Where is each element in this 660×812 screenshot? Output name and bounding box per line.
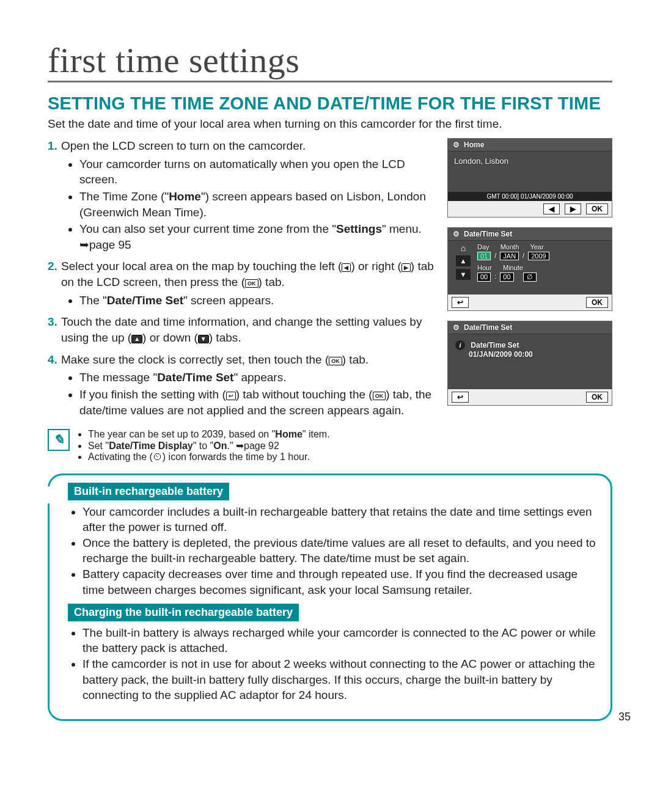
box2-list: The built-in battery is always recharged… <box>68 625 598 703</box>
step-item: 4.Make sure the clock is correctly set, … <box>48 352 434 419</box>
step-text: Touch the date and time information, and… <box>61 315 422 344</box>
label-year: Year <box>530 243 543 251</box>
box2-title: Charging the built-in rechargeable batte… <box>68 604 299 621</box>
page-title: first time settings <box>48 43 612 82</box>
step-text: Open the LCD screen to turn on the camco… <box>61 139 306 152</box>
lcd-right-button[interactable]: ▶ <box>565 203 581 214</box>
step-sub-item: You can also set your current time zone … <box>79 221 434 252</box>
lcd-confirm-title: Date/Time Set <box>464 323 512 332</box>
step-item: 1.Open the LCD screen to turn on the cam… <box>48 138 434 252</box>
step-item: 3.Touch the date and time information, a… <box>48 314 434 345</box>
note-icon: ✎ <box>48 429 70 451</box>
lcd-down-button[interactable]: ▼ <box>456 269 471 280</box>
notes-block: ✎ The year can be set up to 2039, based … <box>48 429 612 463</box>
lcd-back-button[interactable]: ↩ <box>452 297 469 308</box>
step-sub-item: If you finish the setting with (↩) tab w… <box>79 387 434 418</box>
lcd-city-label: London, Lisbon <box>454 156 606 166</box>
lcd-previews: ⚙ Home London, Lisbon GMT 00:00] 01/JAN/… <box>447 138 612 406</box>
step-number: 4. <box>48 352 57 368</box>
confirm-msg1: Date/Time Set <box>471 341 519 349</box>
label-day: Day <box>477 243 490 251</box>
list-item: If the camcorder is not in use for about… <box>82 656 598 703</box>
value-month[interactable]: JAN <box>500 252 519 260</box>
lcd-confirm-screen: ⚙ Date/Time Set i Date/Time Set 01/JAN/2… <box>447 321 612 406</box>
value-minute[interactable]: 00 <box>500 272 513 282</box>
label-hour: Hour <box>477 264 492 271</box>
info-icon: i <box>455 340 465 350</box>
section-title: SETTING THE TIME ZONE AND DATE/TIME FOR … <box>48 93 612 114</box>
lcd-ok-button[interactable]: OK <box>586 392 608 403</box>
lcd-up-button[interactable]: ▲ <box>456 255 471 266</box>
list-item: Your camcorder includes a built-in recha… <box>82 504 598 535</box>
step-item: 2.Select your local area on the map by t… <box>48 258 434 308</box>
note-item: Activating the (⏲) icon forwards the tim… <box>88 452 330 463</box>
dst-icon[interactable]: ∅ <box>523 272 537 282</box>
lcd-home-title: Home <box>464 141 484 149</box>
step-number: 3. <box>48 314 57 330</box>
value-year[interactable]: 2009 <box>528 252 549 260</box>
list-item: The built-in battery is always recharged… <box>82 625 598 656</box>
lcd-back-button[interactable]: ↩ <box>452 392 469 403</box>
list-item: Battery capacity decreases over time and… <box>82 566 598 598</box>
list-item: Once the battery is depleted, the previo… <box>82 535 598 566</box>
note-item: Set "Date/Time Display" to "On." ➥page 9… <box>88 440 330 452</box>
step-number: 2. <box>48 258 57 274</box>
lcd-home-screen: ⚙ Home London, Lisbon GMT 00:00] 01/JAN/… <box>447 138 612 218</box>
gear-icon: ⚙ <box>452 323 460 332</box>
step-sub-item: The message "Date/Time Set" appears. <box>79 370 434 386</box>
page-number: 35 <box>618 711 631 723</box>
step-sub-item: The "Date/Time Set" screen appears. <box>79 293 434 309</box>
gear-icon: ⚙ <box>452 141 460 149</box>
battery-info-box: Built-in rechargeable battery Your camco… <box>48 474 612 721</box>
label-minute: Minute <box>503 264 523 271</box>
home-icon: ⌂ <box>461 243 466 253</box>
lcd-status: GMT 00:00] 01/JAN/2009 00:00 <box>448 192 612 201</box>
step-sub-item: Your camcorder turns on automatically wh… <box>79 156 434 188</box>
value-hour[interactable]: 00 <box>477 272 491 282</box>
steps-list: 1.Open the LCD screen to turn on the cam… <box>48 138 434 418</box>
intro-text: Set the date and time of your local area… <box>48 117 612 131</box>
step-text: Make sure the clock is correctly set, th… <box>61 353 369 366</box>
lcd-ok-button[interactable]: OK <box>586 203 608 214</box>
lcd-left-button[interactable]: ◀ <box>543 203 560 214</box>
step-text: Select your local area on the map by tou… <box>61 260 434 288</box>
step-sub-item: The Time Zone ("Home") screen appears ba… <box>79 189 434 220</box>
confirm-msg2: 01/JAN/2009 00:00 <box>469 350 604 359</box>
value-day[interactable]: 01 <box>477 252 491 260</box>
step-number: 1. <box>48 138 57 154</box>
note-item: The year can be set up to 2039, based on… <box>88 429 330 440</box>
lcd-dts-title: Date/Time Set <box>464 230 512 238</box>
box1-list: Your camcorder includes a built-in recha… <box>68 504 598 598</box>
label-month: Month <box>501 243 519 251</box>
box1-title: Built-in rechargeable battery <box>68 483 229 500</box>
lcd-ok-button[interactable]: OK <box>586 297 608 308</box>
lcd-datetime-set-screen: ⚙ Date/Time Set ⌂ ▲ ▼ Day Month Year <box>447 227 612 311</box>
gear-icon: ⚙ <box>452 230 460 238</box>
